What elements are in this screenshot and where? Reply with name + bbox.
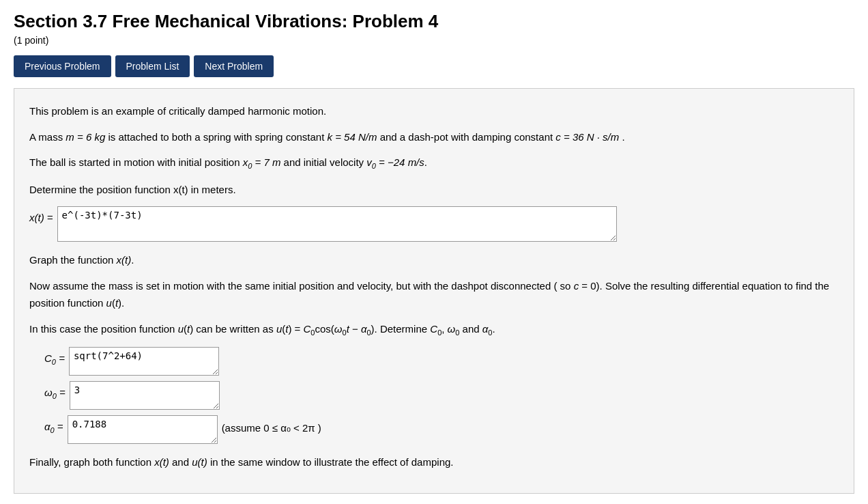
c0-label: C0 = xyxy=(44,347,65,369)
c0-input[interactable] xyxy=(69,347,219,376)
problem-list-button[interactable]: Problem List xyxy=(115,55,190,77)
xt-answer-row: x(t) = xyxy=(29,206,839,242)
c0-row: C0 = xyxy=(44,347,839,376)
w0-label: ω0 = xyxy=(44,381,66,403)
intro-line2: A mass m = 6 kg is attached to both a sp… xyxy=(29,128,839,146)
w0-row: ω0 = xyxy=(44,381,839,410)
graph-label: Graph the function x(t). xyxy=(29,251,839,269)
xt-label: x(t) = xyxy=(29,206,53,227)
points-label: (1 point) xyxy=(14,35,854,46)
mass-var: m = 6 kg xyxy=(66,131,105,143)
spring-const: k = 54 N/m xyxy=(328,131,377,143)
final-label: Finally, graph both function x(t) and u(… xyxy=(29,453,839,471)
a0-label: α0 = xyxy=(44,415,63,437)
sub-answers-section: C0 = ω0 = α0 = (assume 0 ≤ α₀ < 2π ) xyxy=(44,347,839,444)
nav-buttons: Previous Problem Problem List Next Probl… xyxy=(14,55,854,77)
problem-container: This problem is an example of critically… xyxy=(14,88,854,494)
xt-input[interactable] xyxy=(57,206,617,242)
page-title: Section 3.7 Free Mechanical Vibrations: … xyxy=(14,11,854,32)
determine-label: Determine the position function x(t) in … xyxy=(29,181,839,199)
prev-problem-button[interactable]: Previous Problem xyxy=(14,55,111,77)
undamped-form: In this case the position function u(t) … xyxy=(29,320,839,339)
damping-const: c = 36 N · s/m xyxy=(555,131,619,143)
problem-text: This problem is an example of critically… xyxy=(29,102,839,198)
initial-conditions: The ball is started in motion with initi… xyxy=(29,154,839,173)
final-section: Finally, graph both function x(t) and u(… xyxy=(29,453,839,471)
graph-section: Graph the function x(t). Now assume the … xyxy=(29,251,839,339)
w0-input[interactable] xyxy=(70,381,220,410)
a0-input[interactable] xyxy=(68,415,218,444)
a0-row: α0 = (assume 0 ≤ α₀ < 2π ) xyxy=(44,415,839,444)
v0-value: v0 = −24 m/s xyxy=(366,156,424,168)
undamped-intro: Now assume the mass is set in motion wit… xyxy=(29,277,839,312)
intro-line1: This problem is an example of critically… xyxy=(29,102,839,120)
a0-constraint: (assume 0 ≤ α₀ < 2π ) xyxy=(222,415,321,437)
x0-value: x0 = 7 m xyxy=(243,156,281,168)
next-problem-button[interactable]: Next Problem xyxy=(194,55,274,77)
